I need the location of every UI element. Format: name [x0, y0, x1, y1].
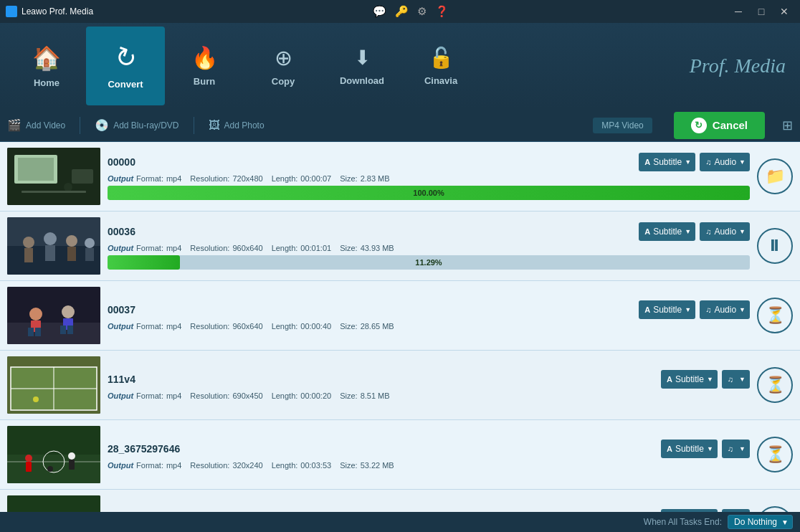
- svg-rect-11: [45, 245, 55, 261]
- cinavia-icon: 🔓: [429, 46, 454, 70]
- nav-copy[interactable]: ⊕ Copy: [244, 27, 323, 105]
- audio-label: Audio: [714, 157, 736, 167]
- key-icon[interactable]: 🔑: [395, 5, 409, 18]
- nav-burn[interactable]: 🔥 Burn: [165, 27, 244, 105]
- format-value: mp4: [166, 174, 181, 183]
- progress-bar: 100.00%: [108, 186, 750, 200]
- add-photo-btn[interactable]: 🖼 Add Photo: [209, 119, 265, 132]
- nav-cinavia[interactable]: 🔓 Cinavia: [401, 27, 480, 105]
- length-value: 00:00:40: [300, 322, 331, 331]
- svg-rect-17: [7, 323, 100, 344]
- add-bluray-btn[interactable]: 💿 Add Blu-ray/DVD: [95, 118, 178, 132]
- nav-copy-label: Copy: [272, 76, 295, 87]
- video-meta: Output Format: mp4 Resolution: 690x450 L…: [108, 391, 750, 400]
- resolution-value: 690x450: [232, 391, 262, 400]
- size-label: Size:: [340, 244, 357, 252]
- maximize-button[interactable]: □: [751, 4, 771, 19]
- format-value: mp4: [166, 391, 181, 400]
- audio-dropdown[interactable]: ♫ Audio ▼: [700, 153, 750, 171]
- action-button[interactable]: ⏸: [757, 228, 793, 264]
- cancel-icon: ↻: [691, 118, 707, 133]
- help-icon[interactable]: ❓: [435, 5, 449, 18]
- video-info: 111v4 A Subtitle ▼ ♫ ▼ Output Forma: [108, 356, 750, 414]
- add-video-icon: 🎬: [7, 118, 22, 132]
- window-controls: ─ □ ✕: [728, 4, 794, 19]
- subtitle-dropdown[interactable]: A Subtitle ▼: [639, 153, 695, 171]
- video-name: 28_3675297646: [108, 443, 180, 455]
- subtitle-dropdown[interactable]: A Subtitle ▼: [639, 222, 695, 241]
- tasks-end-select[interactable]: Do NothingShut DownHibernateSleep: [728, 515, 793, 529]
- video-item: 00000 A Subtitle ▼ ♫ Audio ▼ Output: [0, 142, 800, 212]
- action-button[interactable]: ⏳: [757, 437, 793, 472]
- nav-download-label: Download: [340, 75, 384, 86]
- action-button[interactable]: 📁: [757, 158, 793, 194]
- audio-dropdown[interactable]: ♫ Audio ▼: [700, 222, 750, 241]
- svg-point-22: [62, 305, 75, 318]
- subtitle-dropdown[interactable]: A Subtitle ▼: [639, 300, 695, 319]
- nav-convert[interactable]: ↻ Convert: [86, 27, 165, 105]
- length-label: Length:: [272, 244, 298, 252]
- format-badge[interactable]: MP4 Video: [593, 118, 652, 133]
- video-top-row: 00036 A Subtitle ▼ ♫ Audio ▼: [108, 222, 750, 241]
- format-label: Format:: [136, 461, 163, 470]
- action-button[interactable]: ⏳: [757, 506, 793, 512]
- add-photo-icon: 🖼: [209, 119, 220, 132]
- action-button[interactable]: ⏳: [757, 298, 793, 333]
- audio-dropdown[interactable]: ♫ ▼: [722, 509, 750, 512]
- chat-icon[interactable]: 💬: [373, 5, 386, 18]
- resolution-label: Resolution:: [190, 461, 229, 470]
- minimize-button[interactable]: ─: [728, 4, 748, 19]
- settings-icon[interactable]: ⚙: [417, 5, 427, 18]
- tasks-end-select-wrapper: Do NothingShut DownHibernateSleep ▼: [728, 515, 793, 529]
- progress-label: 11.29%: [415, 258, 442, 267]
- audio-arrow-icon: ▼: [739, 376, 746, 383]
- close-button[interactable]: ✕: [774, 4, 794, 19]
- add-video-btn[interactable]: 🎬 Add Video: [7, 118, 65, 132]
- size-value: 53.22 MB: [361, 461, 394, 470]
- svg-rect-37: [26, 462, 32, 472]
- output-label: Output: [108, 391, 133, 400]
- video-controls: A Subtitle ▼ ♫ Audio ▼: [639, 153, 750, 171]
- video-item: 111v4 A Subtitle ▼ ♫ ▼ Output Forma: [0, 351, 800, 420]
- status-bar: When All Tasks End: Do NothingShut DownH…: [0, 512, 800, 532]
- add-video-label: Add Video: [26, 120, 65, 130]
- size-value: 2.83 MB: [361, 174, 390, 183]
- video-name: 00000: [108, 156, 135, 168]
- add-photo-label: Add Photo: [224, 120, 265, 130]
- audio-note-icon: ♫: [705, 158, 711, 166]
- nav-bar: 🏠 Home ↻ Convert 🔥 Burn ⊕ Copy ⬇ Downloa…: [0, 23, 800, 109]
- subtitle-label: Subtitle: [675, 374, 704, 384]
- svg-point-10: [44, 232, 57, 245]
- layout-icon[interactable]: ⊞: [782, 118, 793, 133]
- action-button[interactable]: ⏳: [757, 367, 793, 403]
- title-bar: Leawo Prof. Media 💬 🔑 ⚙ ❓ ─ □ ✕: [0, 0, 800, 23]
- audio-dropdown[interactable]: ♫ Audio ▼: [700, 300, 750, 319]
- video-thumbnail: [7, 148, 100, 205]
- nav-download[interactable]: ⬇ Download: [323, 27, 401, 105]
- audio-arrow-icon: ▼: [739, 306, 746, 313]
- video-top-row: 28_3675297646 A Subtitle ▼ ♫ ▼: [108, 509, 750, 512]
- cancel-button[interactable]: ↻ Cancel: [674, 112, 765, 139]
- video-thumbnail: [7, 495, 100, 512]
- subtitle-icon: A: [667, 445, 672, 453]
- progress-bar: 11.29%: [108, 255, 750, 270]
- audio-dropdown[interactable]: ♫ ▼: [722, 440, 750, 458]
- subtitle-dropdown[interactable]: A Subtitle ▼: [661, 440, 718, 458]
- subtitle-label: Subtitle: [653, 157, 682, 167]
- subtitle-dropdown[interactable]: A Subtitle ▼: [661, 509, 718, 512]
- svg-rect-33: [7, 455, 100, 483]
- size-value: 8.51 MB: [361, 391, 390, 400]
- brand-logo: Prof. Media: [690, 54, 786, 77]
- subtitle-dropdown[interactable]: A Subtitle ▼: [661, 370, 718, 389]
- svg-rect-25: [67, 326, 73, 334]
- nav-home[interactable]: 🏠 Home: [7, 27, 86, 105]
- audio-label: Audio: [714, 227, 736, 237]
- subtitle-arrow-icon: ▼: [707, 445, 713, 452]
- video-thumbnail: [7, 356, 100, 414]
- resolution-label: Resolution:: [190, 174, 229, 183]
- svg-rect-3: [72, 169, 93, 184]
- audio-dropdown[interactable]: ♫ ▼: [722, 370, 750, 389]
- resolution-label: Resolution:: [190, 322, 229, 331]
- resolution-value: 320x240: [232, 461, 262, 470]
- output-label: Output: [108, 461, 133, 470]
